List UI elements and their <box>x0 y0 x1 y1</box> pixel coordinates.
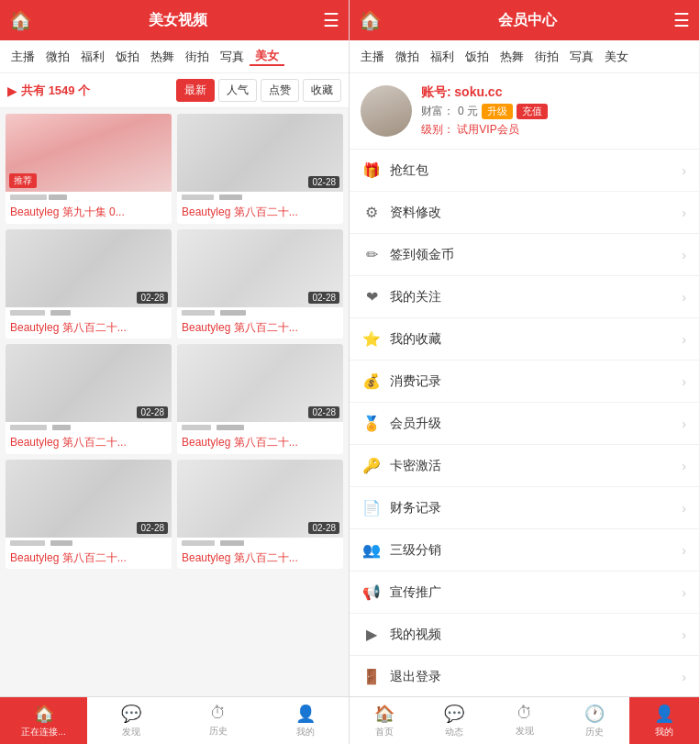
menu-label-distribution: 三级分销 <box>390 542 682 559</box>
bnav-discover[interactable]: 💬 发现 <box>87 697 174 744</box>
menu-label-favorites: 我的收藏 <box>390 331 682 348</box>
video-item-3[interactable]: 02-28 Beautyleg 第八百二十... <box>6 229 172 339</box>
r-bnav-dynamic-icon: 💬 <box>444 704 464 724</box>
r-bnav-home-icon: 🏠 <box>374 704 394 724</box>
bnav-home-icon: 🏠 <box>34 704 54 724</box>
menu-item-logout[interactable]: 🚪 退出登录 › <box>350 656 699 696</box>
profile-info: 账号: soku.cc 财富： 0 元 升级 充值 级别： 试用VIP会员 <box>421 84 688 138</box>
menu-item-consume[interactable]: 💰 消费记录 › <box>350 361 699 403</box>
filter-latest[interactable]: 最新 <box>176 79 215 102</box>
nav-item-jiepai[interactable]: 街拍 <box>180 49 215 65</box>
menu-label-my-videos: 我的视频 <box>390 627 682 643</box>
menu-item-following[interactable]: ❤ 我的关注 › <box>350 276 699 318</box>
menu-item-my-videos[interactable]: ▶ 我的视频 › <box>350 614 699 656</box>
nav-item-rewu[interactable]: 热舞 <box>145 49 180 65</box>
right-menu-icon[interactable]: ☰ <box>673 9 690 31</box>
bnav-history-label: 历史 <box>209 725 228 738</box>
menu-item-signin[interactable]: ✏ 签到领金币 › <box>350 234 699 276</box>
arrow-icon-12: › <box>682 670 686 684</box>
following-icon: ❤ <box>362 288 381 305</box>
recharge-btn[interactable]: 充值 <box>517 104 548 119</box>
arrow-icon-3: › <box>682 290 686 305</box>
r-nav-zhubo[interactable]: 主播 <box>355 49 390 65</box>
filter-count: 共有 1549 个 <box>21 83 172 99</box>
video-item-1[interactable]: 推荐 Beautyleg 第九十集 0... <box>6 114 172 224</box>
menu-label-signin: 签到领金币 <box>390 247 682 263</box>
r-bnav-mine[interactable]: 👤 我的 <box>629 697 699 744</box>
filter-favorites[interactable]: 收藏 <box>303 79 341 102</box>
video-list: 推荐 Beautyleg 第九十集 0... 02-28 Beautyleg 第… <box>0 108 349 696</box>
bnav-mine[interactable]: 👤 我的 <box>261 697 349 744</box>
date-badge-8: 02-28 <box>308 522 339 534</box>
promotion-icon: 📢 <box>362 583 381 601</box>
r-nav-rewu[interactable]: 热舞 <box>494 49 529 65</box>
menu-list: 🎁 抢红包 › ⚙ 资料修改 › ✏ 签到领金币 › ❤ 我的关注 › ⭐ 我的… <box>350 150 699 696</box>
video-title-5: Beautyleg 第八百二十... <box>6 432 172 454</box>
consume-icon: 💰 <box>362 372 381 390</box>
nav-item-zhubo[interactable]: 主播 <box>6 49 40 65</box>
menu-item-promotion[interactable]: 📢 宣传推广 › <box>350 572 699 614</box>
play-icon: ▶ <box>7 83 17 98</box>
left-panel: 🏠 美女视频 ☰ 主播 微拍 福利 饭拍 热舞 街拍 写真 美女 ▶ 共有 15… <box>0 0 350 744</box>
account-value: soku.cc <box>454 84 502 99</box>
r-bnav-history-label: 历史 <box>585 726 604 738</box>
filter-likes[interactable]: 点赞 <box>261 79 299 102</box>
menu-item-profile-edit[interactable]: ⚙ 资料修改 › <box>350 192 699 234</box>
right-header: 🏠 会员中心 ☰ <box>350 0 699 40</box>
r-bnav-history[interactable]: 🕐 历史 <box>560 697 629 744</box>
r-nav-weipai[interactable]: 微拍 <box>390 49 425 65</box>
r-bnav-discover[interactable]: ⏱ 发现 <box>489 697 559 744</box>
r-bnav-home[interactable]: 🏠 首页 <box>350 697 419 744</box>
menu-item-vip-upgrade[interactable]: 🏅 会员升级 › <box>350 403 699 445</box>
video-grid: 推荐 Beautyleg 第九十集 0... 02-28 Beautyleg 第… <box>6 114 343 569</box>
video-list-wrap: 推荐 Beautyleg 第九十集 0... 02-28 Beautyleg 第… <box>0 108 349 696</box>
video-thumb-1: 推荐 <box>6 114 172 192</box>
arrow-icon-7: › <box>682 459 686 473</box>
video-item-2[interactable]: 02-28 Beautyleg 第八百二十... <box>177 114 343 224</box>
arrow-icon-11: › <box>682 627 686 642</box>
menu-item-finance[interactable]: 📄 财务记录 › <box>350 487 699 529</box>
bnav-history[interactable]: ⏱ 历史 <box>174 697 261 744</box>
video-item-5[interactable]: 02-28 Beautyleg 第八百二十... <box>6 344 172 454</box>
menu-item-card-activate[interactable]: 🔑 卡密激活 › <box>350 445 699 487</box>
video-item-6[interactable]: 02-28 Beautyleg 第八百二十... <box>177 344 343 454</box>
video-item-4[interactable]: 02-28 Beautyleg 第八百二十... <box>177 229 343 339</box>
video-thumb-6: 02-28 <box>177 344 343 422</box>
my-videos-icon: ▶ <box>362 626 381 643</box>
upgrade-btn[interactable]: 升级 <box>482 104 513 119</box>
bnav-history-icon: ⏱ <box>210 704 227 723</box>
video-thumb-3: 02-28 <box>6 229 172 307</box>
r-bnav-dynamic[interactable]: 💬 动态 <box>419 697 489 744</box>
date-badge-2: 02-28 <box>308 176 339 188</box>
left-menu-icon[interactable]: ☰ <box>323 9 339 31</box>
r-nav-meinv[interactable]: 美女 <box>599 49 634 65</box>
menu-label-card-activate: 卡密激活 <box>390 458 682 474</box>
r-nav-fanpai[interactable]: 饭拍 <box>460 49 494 65</box>
r-nav-jiepai[interactable]: 街拍 <box>529 49 564 65</box>
redpacket-icon: 🎁 <box>362 161 381 179</box>
r-nav-xiazhen[interactable]: 写真 <box>564 49 599 65</box>
nav-item-xiazhen[interactable]: 写真 <box>215 49 250 65</box>
video-item-7[interactable]: 02-28 Beautyleg 第八百二十... <box>6 460 172 570</box>
left-home-icon[interactable]: 🏠 <box>9 9 32 31</box>
nav-item-weipai[interactable]: 微拍 <box>40 49 75 65</box>
member-profile: 账号: soku.cc 财富： 0 元 升级 充值 级别： 试用VIP会员 <box>350 73 699 150</box>
video-item-8[interactable]: 02-28 Beautyleg 第八百二十... <box>177 460 343 570</box>
r-bnav-dynamic-label: 动态 <box>445 726 463 738</box>
bnav-home[interactable]: 🏠 正在连接... <box>0 697 87 744</box>
date-badge-7: 02-28 <box>137 522 168 534</box>
left-nav-bar: 主播 微拍 福利 饭拍 热舞 街拍 写真 美女 <box>0 40 349 73</box>
filter-popular[interactable]: 人气 <box>218 79 257 102</box>
menu-item-distribution[interactable]: 👥 三级分销 › <box>350 529 699 572</box>
menu-label-promotion: 宣传推广 <box>390 584 682 601</box>
right-nav-bar: 主播 微拍 福利 饭拍 热舞 街拍 写真 美女 <box>350 40 699 73</box>
menu-item-favorites[interactable]: ⭐ 我的收藏 › <box>350 318 699 361</box>
arrow-icon-8: › <box>682 501 686 516</box>
r-nav-fuli[interactable]: 福利 <box>425 49 460 65</box>
menu-item-redpacket[interactable]: 🎁 抢红包 › <box>350 150 699 192</box>
arrow-icon-0: › <box>682 163 686 178</box>
right-home-icon[interactable]: 🏠 <box>359 9 382 31</box>
nav-item-meinv[interactable]: 美女 <box>250 48 284 66</box>
nav-item-fanpai[interactable]: 饭拍 <box>110 49 145 65</box>
nav-item-fuli[interactable]: 福利 <box>75 49 110 65</box>
